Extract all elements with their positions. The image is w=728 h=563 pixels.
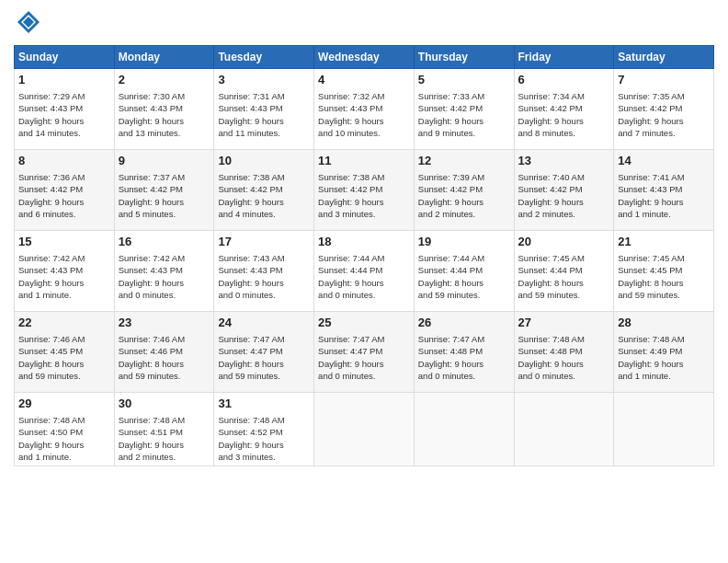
cell-line: Daylight: 9 hours	[418, 358, 510, 370]
cell-line: Sunrise: 7:33 AM	[418, 90, 510, 102]
cell-line: Sunset: 4:42 PM	[618, 102, 710, 114]
cell-5-1: 29Sunrise: 7:48 AMSunset: 4:50 PMDayligh…	[15, 392, 115, 465]
day-number: 26	[418, 315, 510, 331]
cell-line: Sunrise: 7:38 AM	[318, 171, 410, 183]
cell-line: Daylight: 9 hours	[119, 439, 210, 451]
week-row-3: 15Sunrise: 7:42 AMSunset: 4:43 PMDayligh…	[15, 230, 714, 311]
cell-line: Daylight: 9 hours	[18, 196, 110, 208]
day-number: 9	[119, 153, 210, 169]
cell-line: and 6 minutes.	[18, 208, 110, 220]
col-header-monday: Monday	[114, 45, 214, 68]
cell-line: and 14 minutes.	[18, 127, 110, 139]
cell-line: Sunset: 4:42 PM	[418, 183, 510, 195]
cell-line: Daylight: 9 hours	[119, 196, 210, 208]
cell-line: Sunset: 4:51 PM	[119, 426, 210, 438]
cell-line: Daylight: 9 hours	[418, 115, 510, 127]
day-number: 19	[418, 234, 510, 250]
day-number: 2	[119, 72, 210, 88]
cell-line: Daylight: 9 hours	[318, 196, 410, 208]
cell-5-3: 31Sunrise: 7:48 AMSunset: 4:52 PMDayligh…	[214, 392, 314, 465]
day-number: 17	[218, 234, 310, 250]
cell-line: and 59 minutes.	[418, 289, 510, 301]
cell-line: Sunset: 4:48 PM	[518, 345, 610, 357]
cell-line: and 0 minutes.	[418, 370, 510, 382]
cell-line: Sunset: 4:43 PM	[618, 183, 710, 195]
cell-line: and 1 minute.	[618, 370, 710, 382]
cell-line: Sunset: 4:50 PM	[18, 426, 110, 438]
day-number: 25	[318, 315, 410, 331]
cell-line: Daylight: 9 hours	[18, 277, 110, 289]
day-number: 20	[518, 234, 610, 250]
cell-2-2: 9Sunrise: 7:37 AMSunset: 4:42 PMDaylight…	[114, 149, 214, 230]
cell-line: Sunrise: 7:34 AM	[518, 90, 610, 102]
header	[14, 9, 714, 40]
cell-line: Sunset: 4:42 PM	[318, 183, 410, 195]
cell-line: Daylight: 9 hours	[518, 358, 610, 370]
day-number: 22	[18, 315, 110, 331]
day-number: 31	[218, 396, 310, 412]
cell-4-3: 24Sunrise: 7:47 AMSunset: 4:47 PMDayligh…	[214, 311, 314, 392]
cell-line: Sunrise: 7:47 AM	[318, 333, 410, 345]
cell-line: Sunset: 4:49 PM	[618, 345, 710, 357]
day-number: 29	[18, 396, 110, 412]
cell-line: Daylight: 9 hours	[518, 196, 610, 208]
header-row: SundayMondayTuesdayWednesdayThursdayFrid…	[15, 45, 714, 68]
cell-line: Daylight: 9 hours	[618, 196, 710, 208]
cell-4-7: 28Sunrise: 7:48 AMSunset: 4:49 PMDayligh…	[614, 311, 714, 392]
calendar-table: SundayMondayTuesdayWednesdayThursdayFrid…	[14, 45, 714, 466]
page: SundayMondayTuesdayWednesdayThursdayFrid…	[0, 0, 728, 563]
cell-5-4	[314, 392, 415, 465]
cell-1-1: 1Sunrise: 7:29 AMSunset: 4:43 PMDaylight…	[15, 68, 115, 149]
cell-line: and 59 minutes.	[119, 370, 210, 382]
day-number: 6	[518, 72, 610, 88]
cell-2-7: 14Sunrise: 7:41 AMSunset: 4:43 PMDayligh…	[614, 149, 714, 230]
cell-line: and 59 minutes.	[218, 370, 310, 382]
col-header-sunday: Sunday	[15, 45, 115, 68]
cell-line: and 9 minutes.	[418, 127, 510, 139]
cell-1-7: 7Sunrise: 7:35 AMSunset: 4:42 PMDaylight…	[614, 68, 714, 149]
day-number: 30	[119, 396, 210, 412]
cell-line: and 8 minutes.	[518, 127, 610, 139]
cell-line: Sunrise: 7:46 AM	[18, 333, 110, 345]
cell-line: Sunset: 4:42 PM	[218, 183, 310, 195]
cell-line: Sunrise: 7:45 AM	[518, 252, 610, 264]
day-number: 5	[418, 72, 510, 88]
cell-line: Sunrise: 7:31 AM	[218, 90, 310, 102]
week-row-4: 22Sunrise: 7:46 AMSunset: 4:45 PMDayligh…	[15, 311, 714, 392]
cell-line: Sunset: 4:46 PM	[119, 345, 210, 357]
cell-1-6: 6Sunrise: 7:34 AMSunset: 4:42 PMDaylight…	[514, 68, 614, 149]
day-number: 7	[618, 72, 710, 88]
cell-line: Sunset: 4:45 PM	[18, 345, 110, 357]
cell-line: Sunset: 4:42 PM	[518, 183, 610, 195]
week-row-1: 1Sunrise: 7:29 AMSunset: 4:43 PMDaylight…	[15, 68, 714, 149]
day-number: 8	[18, 153, 110, 169]
cell-4-4: 25Sunrise: 7:47 AMSunset: 4:47 PMDayligh…	[314, 311, 415, 392]
cell-line: Sunrise: 7:35 AM	[618, 90, 710, 102]
cell-line: Sunrise: 7:32 AM	[318, 90, 410, 102]
cell-5-2: 30Sunrise: 7:48 AMSunset: 4:51 PMDayligh…	[114, 392, 214, 465]
cell-line: Sunrise: 7:41 AM	[618, 171, 710, 183]
cell-line: and 5 minutes.	[119, 208, 210, 220]
cell-line: Sunrise: 7:47 AM	[418, 333, 510, 345]
cell-line: Sunrise: 7:46 AM	[119, 333, 210, 345]
cell-4-5: 26Sunrise: 7:47 AMSunset: 4:48 PMDayligh…	[414, 311, 514, 392]
cell-line: Sunset: 4:43 PM	[18, 102, 110, 114]
cell-line: Sunset: 4:43 PM	[318, 102, 410, 114]
cell-line: Sunset: 4:45 PM	[618, 264, 710, 276]
cell-line: Sunrise: 7:36 AM	[18, 171, 110, 183]
cell-4-1: 22Sunrise: 7:46 AMSunset: 4:45 PMDayligh…	[15, 311, 115, 392]
day-number: 13	[518, 153, 610, 169]
cell-line: Sunrise: 7:40 AM	[518, 171, 610, 183]
cell-3-1: 15Sunrise: 7:42 AMSunset: 4:43 PMDayligh…	[15, 230, 115, 311]
cell-3-3: 17Sunrise: 7:43 AMSunset: 4:43 PMDayligh…	[214, 230, 314, 311]
cell-5-7	[614, 392, 714, 465]
cell-3-6: 20Sunrise: 7:45 AMSunset: 4:44 PMDayligh…	[514, 230, 614, 311]
cell-line: Sunset: 4:48 PM	[418, 345, 510, 357]
cell-line: and 59 minutes.	[518, 289, 610, 301]
cell-line: Daylight: 9 hours	[618, 115, 710, 127]
cell-line: Sunrise: 7:38 AM	[218, 171, 310, 183]
cell-1-5: 5Sunrise: 7:33 AMSunset: 4:42 PMDaylight…	[414, 68, 514, 149]
day-number: 28	[618, 315, 710, 331]
cell-line: Daylight: 8 hours	[218, 358, 310, 370]
cell-2-5: 12Sunrise: 7:39 AMSunset: 4:42 PMDayligh…	[414, 149, 514, 230]
